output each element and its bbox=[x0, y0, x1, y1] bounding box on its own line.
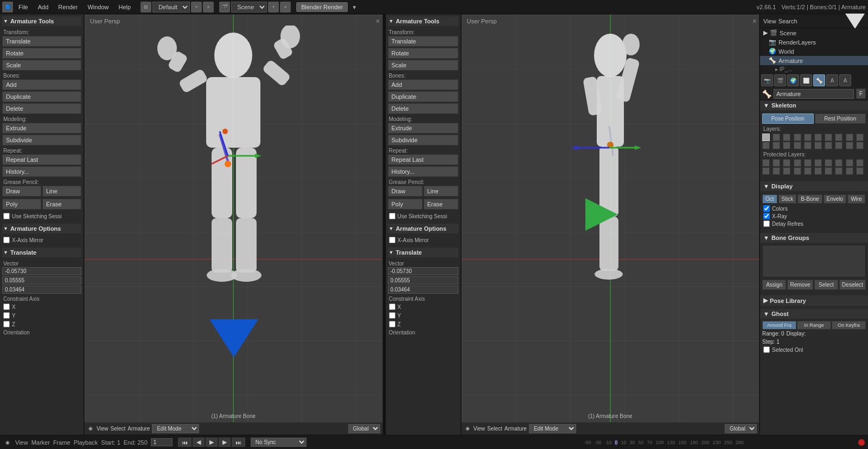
assign-btn[interactable]: Assign bbox=[762, 280, 786, 290]
mid-x-axis-check2[interactable] bbox=[389, 303, 395, 310]
layer-8[interactable] bbox=[835, 134, 843, 141]
menu-window[interactable]: Window bbox=[83, 3, 113, 11]
mid-y-axis-check[interactable] bbox=[389, 312, 395, 319]
layout-icon-2[interactable]: + bbox=[191, 2, 202, 12]
layer-18[interactable] bbox=[835, 142, 843, 149]
layer-10[interactable] bbox=[856, 134, 864, 141]
draw-btn[interactable]: Draw bbox=[2, 186, 41, 197]
mid-line-btn[interactable]: Line bbox=[424, 186, 458, 197]
on-keyframe-btn[interactable]: On Keyfra bbox=[832, 321, 866, 330]
layer-5[interactable] bbox=[804, 134, 812, 141]
deselect-btn[interactable]: Deselect bbox=[839, 280, 866, 290]
layer-4[interactable] bbox=[794, 134, 801, 141]
mid-subdivide-btn[interactable]: Subdivide bbox=[388, 135, 458, 146]
translate-header[interactable]: ▼ Translate bbox=[2, 248, 81, 257]
menu-file[interactable]: File bbox=[14, 3, 33, 11]
selected-only-check[interactable] bbox=[763, 346, 770, 353]
z-val-input[interactable] bbox=[2, 286, 81, 294]
mid-scale-btn[interactable]: Scale bbox=[388, 60, 458, 71]
mid-x-axis-check[interactable] bbox=[389, 237, 395, 243]
pl-11[interactable] bbox=[762, 167, 770, 175]
mid-history-btn[interactable]: History... bbox=[388, 166, 458, 177]
viewport-right-close[interactable]: × bbox=[752, 17, 757, 26]
vr-mode-select[interactable]: Edit Mode Object Mode Pose Mode bbox=[529, 424, 576, 433]
mid-duplicate-btn[interactable]: Duplicate bbox=[388, 91, 458, 102]
pl-9[interactable] bbox=[846, 159, 853, 167]
layer-16[interactable] bbox=[814, 142, 822, 149]
b-bone-btn[interactable]: B-Bone bbox=[797, 194, 822, 204]
mid-rotate-btn[interactable]: Rotate bbox=[388, 48, 458, 59]
line-btn[interactable]: Line bbox=[42, 186, 81, 197]
layer-1[interactable] bbox=[762, 134, 770, 141]
pl-3[interactable] bbox=[783, 159, 790, 167]
next-frame-btn[interactable]: ▶ bbox=[219, 438, 231, 447]
translate-btn[interactable]: Translate bbox=[2, 36, 81, 47]
menu-add[interactable]: Add bbox=[34, 3, 53, 11]
layer-7[interactable] bbox=[825, 134, 832, 141]
current-frame-input[interactable] bbox=[151, 438, 173, 446]
envelo-btn[interactable]: Envelo bbox=[824, 194, 847, 204]
pl-15[interactable] bbox=[804, 167, 812, 175]
x-ray-check[interactable] bbox=[763, 213, 770, 219]
left-panel-header[interactable]: ▼ Armature Tools bbox=[2, 16, 81, 26]
mid-add-btn[interactable]: Add bbox=[388, 79, 458, 90]
scene-prop-icon[interactable]: 🎬 bbox=[774, 74, 786, 86]
vr-view-menu[interactable]: View bbox=[474, 426, 486, 432]
render-engine-btn[interactable]: Blender Render bbox=[296, 2, 348, 12]
object-icon[interactable]: ⬜ bbox=[800, 74, 812, 86]
pl-7[interactable] bbox=[825, 159, 832, 167]
skip-end-btn[interactable]: ⏭ bbox=[232, 438, 245, 447]
pose-position-btn[interactable]: Pose Position bbox=[762, 113, 814, 124]
stick-btn[interactable]: Stick bbox=[778, 194, 797, 204]
mid-armature-options-header[interactable]: ▼ Armature Options bbox=[388, 224, 458, 233]
armature-options-header[interactable]: ▼ Armature Options bbox=[2, 224, 81, 233]
repeat-last-btn[interactable]: Repeat Last bbox=[2, 154, 81, 165]
layer-17[interactable] bbox=[825, 142, 832, 149]
subdivide-btn[interactable]: Subdivide bbox=[2, 135, 81, 146]
arma-icon1[interactable]: A bbox=[826, 74, 838, 86]
rest-position-btn[interactable]: Rest Position bbox=[815, 113, 866, 124]
x-val-input[interactable] bbox=[2, 267, 81, 275]
pl-8[interactable] bbox=[835, 159, 843, 167]
vr-armature-menu[interactable]: Armature bbox=[505, 426, 527, 432]
pl-4[interactable] bbox=[794, 159, 801, 167]
layer-9[interactable] bbox=[846, 134, 853, 141]
pl-10[interactable] bbox=[856, 159, 864, 167]
delete-btn[interactable]: Delete bbox=[2, 103, 81, 114]
duplicate-btn[interactable]: Duplicate bbox=[2, 91, 81, 102]
layout-icon-3[interactable]: × bbox=[203, 2, 214, 12]
world-prop-icon[interactable]: 🌍 bbox=[787, 74, 799, 86]
vr-select-menu[interactable]: Select bbox=[487, 426, 502, 432]
layer-15[interactable] bbox=[804, 142, 812, 149]
vl-mode-select[interactable]: Edit Mode Object Mode Pose Mode bbox=[152, 424, 199, 433]
x-axis-check[interactable] bbox=[3, 303, 10, 310]
vl-global-select[interactable]: Global Local bbox=[348, 424, 380, 433]
menu-render[interactable]: Render bbox=[54, 3, 82, 11]
in-range-btn[interactable]: In Range bbox=[797, 321, 831, 330]
around-fra-btn[interactable]: Around Fra bbox=[762, 321, 796, 330]
remove-btn[interactable]: Remove bbox=[787, 280, 813, 290]
mid-z-axis-check[interactable] bbox=[389, 321, 395, 327]
mid-extrude-btn[interactable]: Extrude bbox=[388, 123, 458, 134]
vl-view-menu[interactable]: View bbox=[97, 426, 108, 432]
layer-14[interactable] bbox=[794, 142, 801, 149]
colors-check[interactable] bbox=[763, 205, 770, 212]
pl-2[interactable] bbox=[773, 159, 780, 167]
scale-btn[interactable]: Scale bbox=[2, 60, 81, 71]
mid-panel-header[interactable]: ▼ Armature Tools bbox=[388, 16, 458, 26]
delay-refres-check[interactable] bbox=[763, 220, 770, 227]
bb-marker[interactable]: Marker bbox=[31, 439, 50, 446]
viewport-left[interactable]: User Persp × (1) Armature Bone ◉ View Se… bbox=[84, 14, 383, 435]
sync-select[interactable]: No Sync Frame Dropping AV Sync bbox=[251, 438, 307, 447]
armature-name-input[interactable] bbox=[774, 89, 854, 99]
mid-z-val-input[interactable] bbox=[388, 286, 458, 294]
erase-btn[interactable]: Erase bbox=[42, 199, 81, 210]
display-header[interactable]: ▼ Display bbox=[760, 181, 868, 191]
vr-global-select[interactable]: Global Local bbox=[725, 424, 757, 433]
outliner-ip-item[interactable]: ▸ IP_... bbox=[760, 65, 868, 73]
outliner-search-btn[interactable]: Search bbox=[778, 18, 797, 24]
pose-library-header[interactable]: ▶ Pose Library bbox=[760, 295, 868, 306]
mid-translate-btn[interactable]: Translate bbox=[388, 36, 458, 47]
layer-2[interactable] bbox=[773, 134, 780, 141]
pl-13[interactable] bbox=[783, 167, 790, 175]
